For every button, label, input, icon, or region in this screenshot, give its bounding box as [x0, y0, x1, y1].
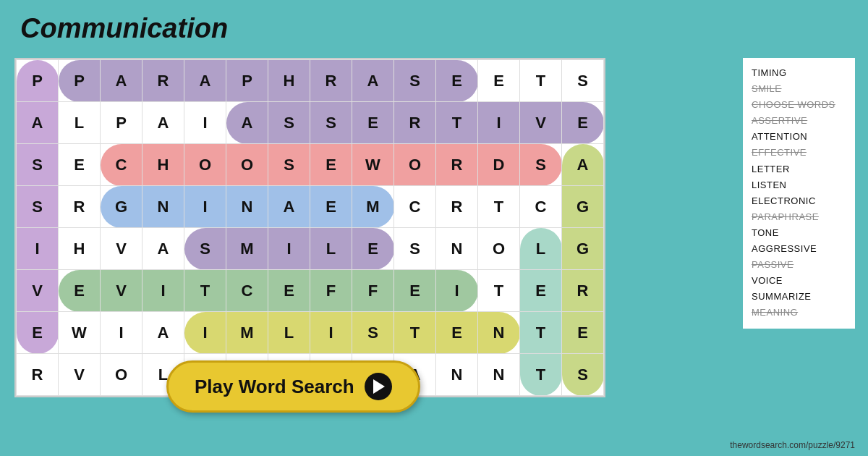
grid-cell[interactable]: E — [394, 270, 436, 312]
grid-cell[interactable]: E — [17, 312, 59, 354]
grid-cell[interactable]: E — [352, 102, 394, 144]
grid-cell[interactable]: T — [184, 270, 226, 312]
grid-cell[interactable]: C — [101, 144, 142, 186]
grid-cell[interactable]: P — [226, 60, 268, 102]
grid-cell[interactable]: E — [562, 312, 604, 354]
grid-cell[interactable]: M — [226, 312, 268, 354]
grid-cell[interactable]: T — [436, 102, 478, 144]
grid-cell[interactable]: E — [310, 144, 352, 186]
grid-cell[interactable]: N — [478, 312, 520, 354]
grid-cell[interactable]: E — [268, 270, 310, 312]
grid-cell[interactable]: C — [226, 270, 268, 312]
grid-cell[interactable]: S — [268, 102, 310, 144]
grid-cell[interactable]: A — [142, 228, 184, 270]
grid-cell[interactable]: C — [520, 186, 562, 228]
grid-cell[interactable]: V — [17, 270, 59, 312]
grid-cell[interactable]: H — [59, 228, 101, 270]
grid-cell[interactable]: M — [226, 228, 268, 270]
grid-cell[interactable]: I — [184, 312, 226, 354]
grid-cell[interactable]: O — [478, 228, 520, 270]
grid-cell[interactable]: S — [352, 312, 394, 354]
grid-cell[interactable]: O — [184, 144, 226, 186]
grid-cell[interactable]: L — [268, 312, 310, 354]
grid-cell[interactable]: E — [478, 60, 520, 102]
grid-cell[interactable]: S — [184, 228, 226, 270]
grid-cell[interactable]: R — [17, 354, 59, 396]
grid-cell[interactable]: S — [394, 228, 436, 270]
grid-cell[interactable]: H — [142, 144, 184, 186]
grid-cell[interactable]: I — [184, 102, 226, 144]
grid-cell[interactable]: A — [142, 102, 184, 144]
grid-cell[interactable]: N — [436, 354, 478, 396]
grid-cell[interactable]: I — [142, 270, 184, 312]
grid-cell[interactable]: I — [17, 228, 59, 270]
grid-cell[interactable]: E — [520, 270, 562, 312]
grid-cell[interactable]: I — [478, 102, 520, 144]
grid-cell[interactable]: I — [268, 228, 310, 270]
grid-cell[interactable]: R — [310, 60, 352, 102]
grid-cell[interactable]: G — [562, 186, 604, 228]
grid-cell[interactable]: R — [436, 186, 478, 228]
grid-cell[interactable]: R — [394, 102, 436, 144]
grid-cell[interactable]: P — [101, 102, 142, 144]
grid-cell[interactable]: R — [142, 60, 184, 102]
grid-cell[interactable]: G — [101, 186, 142, 228]
grid-cell[interactable]: S — [17, 186, 59, 228]
grid-cell[interactable]: R — [59, 186, 101, 228]
grid-cell[interactable]: A — [226, 102, 268, 144]
grid-cell[interactable]: N — [478, 354, 520, 396]
grid-cell[interactable]: O — [101, 354, 142, 396]
grid-cell[interactable]: V — [101, 270, 142, 312]
grid-cell[interactable]: S — [562, 60, 604, 102]
grid-cell[interactable]: F — [310, 270, 352, 312]
grid-cell[interactable]: N — [226, 186, 268, 228]
grid-cell[interactable]: I — [436, 270, 478, 312]
grid-cell[interactable]: S — [394, 60, 436, 102]
grid-cell[interactable]: S — [520, 144, 562, 186]
grid-cell[interactable]: V — [520, 102, 562, 144]
grid-cell[interactable]: E — [436, 312, 478, 354]
grid-cell[interactable]: O — [394, 144, 436, 186]
grid-cell[interactable]: E — [352, 228, 394, 270]
grid-cell[interactable]: L — [310, 228, 352, 270]
grid-cell[interactable]: P — [59, 60, 101, 102]
grid-cell[interactable]: T — [520, 60, 562, 102]
grid-cell[interactable]: V — [101, 228, 142, 270]
grid-cell[interactable]: A — [17, 102, 59, 144]
play-word-search-button[interactable]: Play Word Search — [166, 360, 420, 413]
grid-cell[interactable]: I — [101, 312, 142, 354]
grid-cell[interactable]: N — [436, 228, 478, 270]
grid-cell[interactable]: A — [268, 186, 310, 228]
grid-cell[interactable]: S — [310, 102, 352, 144]
grid-cell[interactable]: E — [562, 102, 604, 144]
grid-cell[interactable]: M — [352, 186, 394, 228]
grid-cell[interactable]: H — [268, 60, 310, 102]
grid-cell[interactable]: T — [478, 270, 520, 312]
grid-cell[interactable]: T — [520, 312, 562, 354]
grid-cell[interactable]: L — [59, 102, 101, 144]
grid-cell[interactable]: E — [59, 270, 101, 312]
grid-cell[interactable]: R — [562, 270, 604, 312]
grid-cell[interactable]: G — [562, 228, 604, 270]
grid-cell[interactable]: I — [310, 312, 352, 354]
grid-cell[interactable]: T — [520, 354, 562, 396]
grid-cell[interactable]: I — [184, 186, 226, 228]
grid-cell[interactable]: W — [59, 312, 101, 354]
grid-cell[interactable]: S — [17, 144, 59, 186]
grid-cell[interactable]: T — [478, 186, 520, 228]
grid-cell[interactable]: E — [59, 144, 101, 186]
grid-cell[interactable]: L — [520, 228, 562, 270]
grid-cell[interactable]: V — [59, 354, 101, 396]
grid-cell[interactable]: T — [394, 312, 436, 354]
grid-cell[interactable]: C — [394, 186, 436, 228]
grid-cell[interactable]: F — [352, 270, 394, 312]
grid-cell[interactable]: S — [562, 354, 604, 396]
grid-cell[interactable]: N — [142, 186, 184, 228]
grid-cell[interactable]: W — [352, 144, 394, 186]
grid-cell[interactable]: A — [352, 60, 394, 102]
grid-cell[interactable]: A — [101, 60, 142, 102]
grid-cell[interactable]: A — [184, 60, 226, 102]
grid-cell[interactable]: P — [17, 60, 59, 102]
grid-cell[interactable]: R — [436, 144, 478, 186]
grid-cell[interactable]: E — [310, 186, 352, 228]
